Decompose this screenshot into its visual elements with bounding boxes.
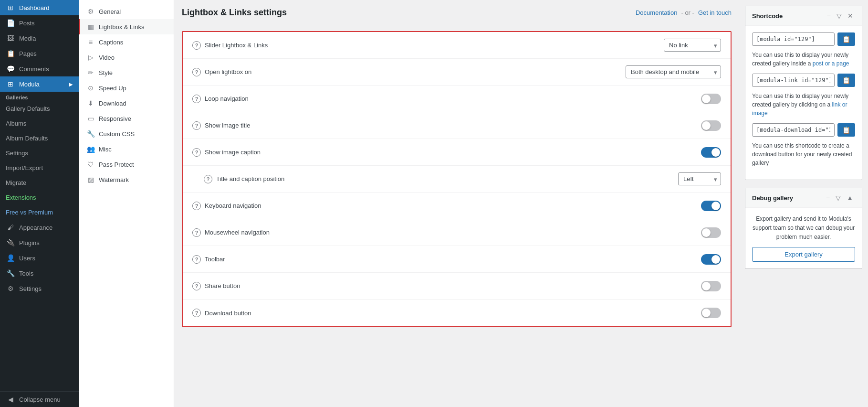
sub-sidebar-item-speed-up[interactable]: ⊙ Speed Up <box>79 80 174 96</box>
lightbox-icon: ▦ <box>86 23 95 31</box>
mousewheel-navigation-knob <box>702 228 711 237</box>
link-or-image-link[interactable]: link or image <box>752 101 847 117</box>
comments-icon: 💬 <box>6 65 15 73</box>
sidebar-item-free-vs-premium[interactable]: Free vs Premium <box>0 205 79 220</box>
show-image-title-help[interactable]: ? <box>192 121 201 130</box>
sidebar-item-pages[interactable]: 📋 Pages <box>0 46 79 61</box>
debug-widget-minimize-btn[interactable]: − <box>824 193 832 203</box>
shortcode-input-1[interactable] <box>752 32 835 46</box>
settings-box: ? Slider Lightbox & Links No link Lightb… <box>182 31 732 327</box>
debug-widget-close-btn[interactable]: ▲ <box>845 193 855 203</box>
contact-link[interactable]: Get in touch <box>698 9 732 16</box>
sub-sidebar-item-captions[interactable]: ≡ Captions <box>79 34 174 50</box>
main-content: Lightbox & Links settings Documentation … <box>174 0 739 407</box>
shortcode-copy-btn-1[interactable]: 📋 <box>837 32 855 46</box>
sub-sidebar-item-style[interactable]: ✏ Style <box>79 65 174 80</box>
slider-lightbox-help[interactable]: ? <box>192 41 201 50</box>
sidebar-item-import-export[interactable]: Import/Export <box>0 161 79 175</box>
toolbar-help[interactable]: ? <box>192 255 201 264</box>
open-lightbox-help[interactable]: ? <box>192 68 201 76</box>
css-icon: 🔧 <box>86 130 95 138</box>
share-button-toggle[interactable] <box>701 281 721 291</box>
sub-sidebar-item-video[interactable]: ▷ Video <box>79 50 174 65</box>
users-icon: 👤 <box>6 254 15 262</box>
debug-widget-controls: − ▽ ▲ <box>824 193 855 203</box>
sidebar-item-collapse[interactable]: ◀ Collapse menu <box>0 391 79 407</box>
sub-sidebar-item-responsive[interactable]: ▭ Responsive <box>79 111 174 126</box>
sub-sidebar-item-watermark[interactable]: ▨ Watermark <box>79 172 174 187</box>
modula-arrow-icon: ▶ <box>69 82 73 87</box>
show-image-caption-toggle[interactable] <box>701 147 721 158</box>
pass-protect-icon: 🛡 <box>86 161 95 168</box>
sidebar-item-plugins[interactable]: 🔌 Plugins <box>0 235 79 250</box>
sub-sidebar-item-pass-protect[interactable]: 🛡 Pass Protect <box>79 157 174 172</box>
loop-navigation-help[interactable]: ? <box>192 95 201 103</box>
debug-widget-body: Export gallery and send it to Modula's s… <box>745 208 862 268</box>
sidebar-item-users[interactable]: 👤 Users <box>0 250 79 266</box>
video-icon: ▷ <box>86 54 95 61</box>
open-lightbox-select[interactable]: Both desktop and mobile Desktop only Mob… <box>626 65 721 78</box>
sidebar-item-albums[interactable]: Albums <box>0 116 79 131</box>
sidebar-item-settings-main[interactable]: ⚙ Settings <box>0 281 79 296</box>
sidebar-item-settings[interactable]: Settings <box>0 146 79 161</box>
toolbar-label: ? Toolbar <box>192 255 701 264</box>
sidebar-item-posts[interactable]: 📄 Posts <box>0 15 79 31</box>
caption-position-select[interactable]: Left Center Right <box>678 172 721 185</box>
loop-navigation-toggle[interactable] <box>701 94 721 104</box>
sidebar-item-migrate[interactable]: Migrate <box>0 175 79 190</box>
pages-icon: 📋 <box>6 50 15 57</box>
download-button-knob <box>702 309 711 317</box>
sidebar-item-appearance[interactable]: 🖌 Appearance <box>0 220 79 235</box>
download-button-toggle[interactable] <box>701 308 721 318</box>
sub-sidebar-item-general[interactable]: ⚙ General <box>79 4 174 19</box>
shortcode-input-3[interactable] <box>752 123 835 137</box>
sidebar-item-tools[interactable]: 🔧 Tools <box>0 266 79 281</box>
toolbar-toggle[interactable] <box>701 254 721 265</box>
shortcode-input-2[interactable] <box>752 74 835 87</box>
sidebar-item-modula[interactable]: ⊞ Modula ▶ <box>0 76 79 92</box>
misc-icon: 👥 <box>86 145 95 153</box>
mousewheel-navigation-control <box>701 227 721 238</box>
keyboard-navigation-toggle[interactable] <box>701 201 721 211</box>
show-image-caption-help[interactable]: ? <box>192 148 201 157</box>
export-gallery-button[interactable]: Export gallery <box>752 247 855 262</box>
documentation-link[interactable]: Documentation <box>636 9 677 16</box>
speed-icon: ⊙ <box>86 84 95 92</box>
caption-position-control: Left Center Right <box>678 172 721 185</box>
sub-sidebar-item-custom-css[interactable]: 🔧 Custom CSS <box>79 126 174 141</box>
loop-navigation-label: ? Loop navigation <box>192 95 701 103</box>
posts-icon: 📄 <box>6 19 15 27</box>
sidebar-item-dashboard[interactable]: ⊞ Dashboard <box>0 0 79 15</box>
slider-lightbox-select[interactable]: No link Lightbox Custom URL <box>664 39 721 52</box>
shortcode-copy-btn-3[interactable]: 📋 <box>837 123 855 137</box>
caption-position-help[interactable]: ? <box>204 175 212 183</box>
show-image-title-toggle[interactable] <box>701 120 721 131</box>
sidebar-item-gallery-defaults[interactable]: Gallery Defaults <box>0 101 79 116</box>
mousewheel-navigation-help[interactable]: ? <box>192 228 201 237</box>
mousewheel-navigation-toggle[interactable] <box>701 227 721 238</box>
post-or-page-link[interactable]: post or a page <box>813 60 849 67</box>
sub-sidebar-item-download[interactable]: ⬇ Download <box>79 96 174 111</box>
sidebar-item-album-defaults[interactable]: Album Defaults <box>0 131 79 146</box>
debug-widget-expand-btn[interactable]: ▽ <box>834 193 843 203</box>
share-button-help[interactable]: ? <box>192 282 201 290</box>
sidebar-item-extensions[interactable]: Extensions <box>0 190 79 205</box>
shortcode-widget-header: Shortcode − ▽ ✕ <box>745 6 862 26</box>
sub-sidebar-item-lightbox[interactable]: ▦ Lightbox & Links <box>79 19 174 34</box>
sidebar-item-media[interactable]: 🖼 Media <box>0 31 79 46</box>
shortcode-widget-minimize-btn[interactable]: − <box>825 11 833 21</box>
shortcode-widget-expand-btn[interactable]: ▽ <box>835 11 844 21</box>
setting-row-caption-position: ? Title and caption position Left Center… <box>183 166 731 193</box>
sub-sidebar-item-misc[interactable]: 👥 Misc <box>79 141 174 157</box>
keyboard-navigation-help[interactable]: ? <box>192 202 201 210</box>
responsive-icon: ▭ <box>86 115 95 122</box>
shortcode-widget-close-btn[interactable]: ✕ <box>846 11 855 21</box>
shortcode-row-1: 📋 <box>752 32 855 46</box>
admin-sidebar: ⊞ Dashboard 📄 Posts 🖼 Media 📋 Pages 💬 Co… <box>0 0 79 407</box>
shortcode-copy-btn-2[interactable]: 📋 <box>837 74 855 87</box>
download-button-help[interactable]: ? <box>192 309 201 317</box>
slider-lightbox-label: ? Slider Lightbox & Links <box>192 41 664 50</box>
sidebar-item-comments[interactable]: 💬 Comments <box>0 61 79 76</box>
collapse-icon: ◀ <box>6 396 15 403</box>
setting-row-open-lightbox: ? Open lightbox on Both desktop and mobi… <box>183 59 731 86</box>
